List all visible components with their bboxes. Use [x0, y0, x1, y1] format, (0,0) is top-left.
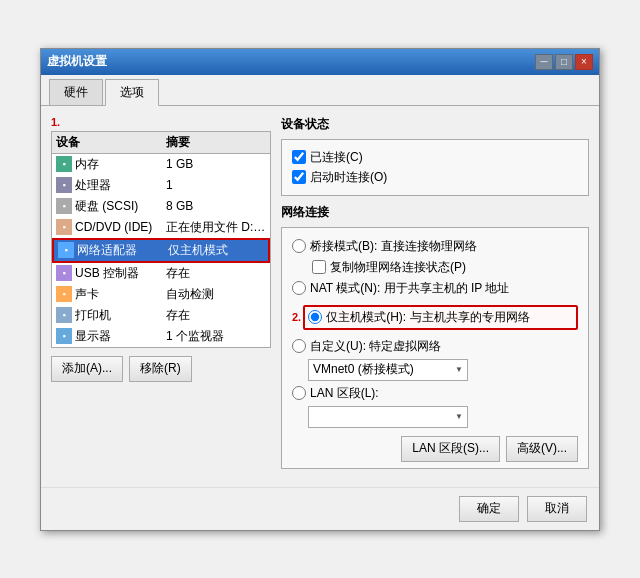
- nat-mode-radio[interactable]: [292, 281, 306, 295]
- device-name-printer: 打印机: [75, 307, 111, 324]
- nat-mode-label: NAT 模式(N): 用于共享主机的 IP 地址: [310, 280, 509, 297]
- sound-icon: ▪: [56, 286, 72, 302]
- minimize-button[interactable]: ─: [535, 54, 553, 70]
- hostonly-mode-label: 仅主机模式(H): 与主机共享的专用网络: [326, 309, 529, 326]
- custom-label: 自定义(U): 特定虚拟网络: [310, 338, 441, 355]
- device-name-cd: CD/DVD (IDE): [75, 220, 152, 234]
- close-button[interactable]: ×: [575, 54, 593, 70]
- virtual-machine-settings-window: 虚拟机设置 ─ □ × 硬件 选项 1. 设备 摘要: [40, 48, 600, 531]
- network-icon: ▪: [58, 242, 74, 258]
- device-name-sound: 声卡: [75, 286, 99, 303]
- autoconnect-checkbox[interactable]: [292, 170, 306, 184]
- device-summary-disk: 8 GB: [166, 199, 266, 213]
- autoconnect-row: 启动时连接(O): [292, 169, 578, 186]
- add-device-button[interactable]: 添加(A)...: [51, 356, 123, 382]
- device-row-display[interactable]: ▪ 显示器 1 个监视器: [52, 326, 270, 347]
- device-row-sound[interactable]: ▪ 声卡 自动检测: [52, 284, 270, 305]
- lan-row: LAN 区段(L):: [292, 385, 578, 402]
- bridge-sub-checkbox[interactable]: [312, 260, 326, 274]
- cpu-icon: ▪: [56, 177, 72, 193]
- display-icon: ▪: [56, 328, 72, 344]
- device-name-usb: USB 控制器: [75, 265, 139, 282]
- vmnet-dropdown-arrow: ▼: [455, 365, 463, 374]
- bridge-mode-row: 桥接模式(B): 直接连接物理网络: [292, 238, 578, 255]
- col-device-header: 设备: [56, 134, 166, 151]
- memory-icon: ▪: [56, 156, 72, 172]
- lan-dropdown[interactable]: ▼: [308, 406, 468, 428]
- printer-icon: ▪: [56, 307, 72, 323]
- device-summary-sound: 自动检测: [166, 286, 266, 303]
- title-bar: 虚拟机设置 ─ □ ×: [41, 49, 599, 75]
- vmnet-dropdown[interactable]: VMnet0 (桥接模式) ▼: [308, 359, 468, 381]
- window-title: 虚拟机设置: [47, 53, 107, 70]
- disk-icon: ▪: [56, 198, 72, 214]
- device-summary-cd: 正在使用文件 D:\Program Files\VM...: [166, 219, 266, 236]
- device-row-disk[interactable]: ▪ 硬盘 (SCSI) 8 GB: [52, 196, 270, 217]
- device-table-header: 设备 摘要: [52, 132, 270, 154]
- device-row-usb[interactable]: ▪ USB 控制器 存在: [52, 263, 270, 284]
- device-status-group: 已连接(C) 启动时连接(O): [281, 139, 589, 196]
- maximize-button[interactable]: □: [555, 54, 573, 70]
- lan-dropdown-arrow: ▼: [455, 412, 463, 421]
- lan-segment-button[interactable]: LAN 区段(S)...: [401, 436, 500, 462]
- device-name-display: 显示器: [75, 328, 111, 345]
- device-summary-display: 1 个监视器: [166, 328, 266, 345]
- col-summary-header: 摘要: [166, 134, 190, 151]
- vmnet-dropdown-row: VMnet0 (桥接模式) ▼: [308, 359, 578, 381]
- step2-label: 2.: [292, 311, 301, 323]
- nat-mode-row: NAT 模式(N): 用于共享主机的 IP 地址: [292, 280, 578, 297]
- main-content: 1. 设备 摘要 ▪ 内存 1 GB ▪: [41, 106, 599, 487]
- device-row-network[interactable]: ▪ 网络适配器 仅主机模式: [52, 238, 270, 263]
- ok-button[interactable]: 确定: [459, 496, 519, 522]
- device-row-cpu[interactable]: ▪ 处理器 1: [52, 175, 270, 196]
- device-summary-network: 仅主机模式: [168, 242, 264, 259]
- device-name-network: 网络适配器: [77, 242, 137, 259]
- lan-radio[interactable]: [292, 386, 306, 400]
- device-row-cd[interactable]: ▪ CD/DVD (IDE) 正在使用文件 D:\Program Files\V…: [52, 217, 270, 238]
- hostonly-mode-row: 仅主机模式(H): 与主机共享的专用网络: [303, 305, 578, 330]
- connected-label: 已连接(C): [310, 149, 363, 166]
- tab-options[interactable]: 选项: [105, 79, 159, 106]
- network-connection-title: 网络连接: [281, 204, 589, 221]
- cancel-button[interactable]: 取消: [527, 496, 587, 522]
- footer: 确定 取消: [41, 487, 599, 530]
- device-name-disk: 硬盘 (SCSI): [75, 198, 138, 215]
- connected-row: 已连接(C): [292, 149, 578, 166]
- right-panel: 设备状态 已连接(C) 启动时连接(O) 网络连接 桥接模式(B): 直接连接物…: [281, 116, 589, 477]
- device-name-memory: 内存: [75, 156, 99, 173]
- bridge-mode-sub-row: 复制物理网络连接状态(P): [312, 259, 578, 276]
- device-summary-printer: 存在: [166, 307, 266, 324]
- device-summary-memory: 1 GB: [166, 157, 266, 171]
- device-row-memory[interactable]: ▪ 内存 1 GB: [52, 154, 270, 175]
- lan-dropdown-row: ▼: [308, 406, 578, 428]
- device-summary-cpu: 1: [166, 178, 266, 192]
- remove-device-button[interactable]: 移除(R): [129, 356, 192, 382]
- device-row-printer[interactable]: ▪ 打印机 存在: [52, 305, 270, 326]
- usb-icon: ▪: [56, 265, 72, 281]
- vmnet-dropdown-label: VMnet0 (桥接模式): [313, 361, 414, 378]
- bridge-mode-label: 桥接模式(B): 直接连接物理网络: [310, 238, 477, 255]
- network-connection-group: 桥接模式(B): 直接连接物理网络 复制物理网络连接状态(P) NAT 模式(N…: [281, 227, 589, 469]
- left-panel: 1. 设备 摘要 ▪ 内存 1 GB ▪: [51, 116, 271, 477]
- device-action-buttons: 添加(A)... 移除(R): [51, 356, 271, 382]
- lan-label: LAN 区段(L):: [310, 385, 379, 402]
- step1-label: 1.: [51, 116, 60, 128]
- bridge-sub-label: 复制物理网络连接状态(P): [330, 259, 466, 276]
- connected-checkbox[interactable]: [292, 150, 306, 164]
- cd-icon: ▪: [56, 219, 72, 235]
- tab-hardware[interactable]: 硬件: [49, 79, 103, 105]
- custom-radio[interactable]: [292, 339, 306, 353]
- title-bar-buttons: ─ □ ×: [535, 54, 593, 70]
- bridge-mode-radio[interactable]: [292, 239, 306, 253]
- advanced-button[interactable]: 高级(V)...: [506, 436, 578, 462]
- autoconnect-label: 启动时连接(O): [310, 169, 387, 186]
- device-table: 设备 摘要 ▪ 内存 1 GB ▪ 处理器: [51, 131, 271, 348]
- custom-row: 自定义(U): 特定虚拟网络: [292, 338, 578, 355]
- tab-bar: 硬件 选项: [41, 75, 599, 106]
- device-name-cpu: 处理器: [75, 177, 111, 194]
- device-status-title: 设备状态: [281, 116, 589, 133]
- hostonly-mode-radio[interactable]: [308, 310, 322, 324]
- device-summary-usb: 存在: [166, 265, 266, 282]
